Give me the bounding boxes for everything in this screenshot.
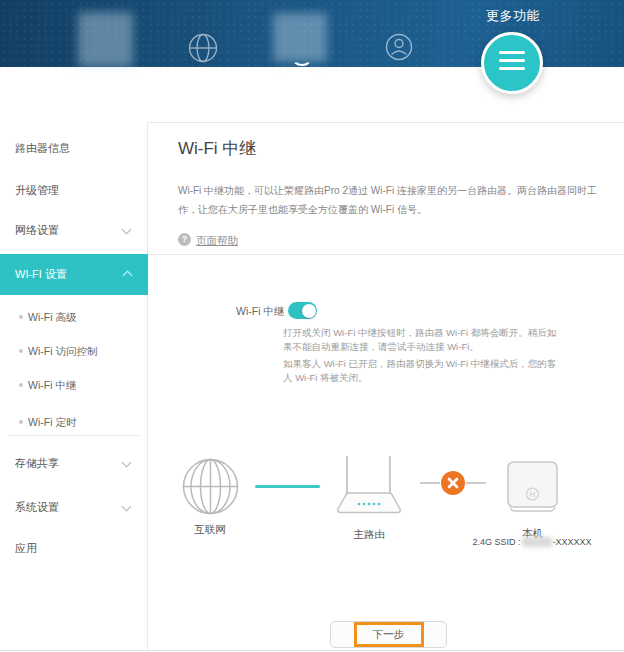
- sidebar-subitem-label: Wi-Fi 高级: [28, 311, 76, 323]
- main-menu-button[interactable]: [481, 32, 543, 94]
- disconnected-x-icon: [441, 471, 465, 495]
- sidebar-subitem-label: Wi-Fi 中继: [28, 379, 76, 391]
- sidebar-item-network[interactable]: 网络设置: [0, 215, 147, 245]
- router-admin-page: 更多功能 路由器信息 升级管理 网络设置 WI-FI 设置 Wi-Fi 高级 W…: [0, 0, 624, 652]
- toggle-knob: [302, 304, 316, 318]
- sidebar-item-wifi-advanced[interactable]: Wi-Fi 高级: [0, 302, 147, 332]
- sidebar-item-label: 存储共享: [15, 457, 59, 469]
- ssid-prefix: 2.4G SSID :: [472, 537, 520, 547]
- page-help-link[interactable]: 页面帮助: [196, 234, 238, 248]
- repeater-notes: 打开或关闭 Wi-Fi 中继按钮时，路由器 Wi-Fi 都将会断开。稍后如果不能…: [283, 326, 561, 388]
- device-logo-letter: H: [530, 490, 535, 499]
- help-icon: ?: [178, 233, 191, 246]
- sidebar-item-wifi-repeater[interactable]: Wi-Fi 中继: [0, 370, 147, 400]
- note-text: 如果客人 Wi-Fi 已开启，路由器切换为 Wi-Fi 中继模式后，您的客人 W…: [283, 357, 561, 385]
- sidebar-subitem-label: Wi-Fi 访问控制: [28, 345, 97, 357]
- repeater-toggle-label: Wi-Fi 中继: [236, 305, 284, 319]
- sidebar-item-system[interactable]: 系统设置: [0, 492, 147, 522]
- sidebar-item-label: 系统设置: [15, 501, 59, 513]
- bullet-icon: [19, 349, 23, 353]
- repeater-toggle[interactable]: [288, 302, 317, 319]
- connected-link-line: [255, 485, 320, 488]
- sidebar-item-wifi-schedule[interactable]: Wi-Fi 定时: [0, 407, 147, 437]
- more-features-label[interactable]: 更多功能: [486, 7, 540, 25]
- sidebar-item-wifi-access-control[interactable]: Wi-Fi 访问控制: [0, 336, 147, 366]
- bottom-divider: [0, 650, 624, 651]
- content-top-divider: [148, 122, 624, 123]
- logo-arc-decoration: [292, 50, 312, 66]
- ssid-suffix: -XXXXXX: [553, 537, 592, 547]
- internet-label: 互联网: [172, 523, 248, 537]
- chevron-up-icon: [123, 271, 133, 281]
- chevron-down-icon: [122, 458, 132, 468]
- chevron-down-icon: [122, 502, 132, 512]
- bullet-icon: [19, 420, 23, 424]
- bullet-icon: [19, 383, 23, 387]
- main-router-icon: [331, 454, 407, 519]
- ssid-row: 2.4G SSID : -XXXXXX: [462, 537, 602, 547]
- redacted-ssid: [522, 537, 552, 547]
- disconnected-link-line: [466, 482, 486, 484]
- sidebar: 路由器信息 升级管理 网络设置 WI-FI 设置 Wi-Fi 高级 Wi-Fi …: [0, 122, 148, 652]
- sidebar-divider: [8, 435, 140, 436]
- sidebar-item-upgrade[interactable]: 升级管理: [0, 175, 147, 205]
- sidebar-item-label: 网络设置: [15, 224, 59, 236]
- page-description: Wi-Fi 中继功能，可以让荣耀路由Pro 2通过 Wi-Fi 连接家里的另一台…: [178, 181, 608, 219]
- internet-globe-icon: [182, 458, 239, 519]
- user-icon[interactable]: [385, 33, 413, 65]
- sidebar-item-storage[interactable]: 存储共享: [0, 448, 147, 478]
- disconnected-link-line: [420, 482, 440, 484]
- bullet-icon: [19, 315, 23, 319]
- note-text: 打开或关闭 Wi-Fi 中继按钮时，路由器 Wi-Fi 都将会断开。稍后如果不能…: [283, 326, 561, 354]
- chevron-down-icon: [122, 225, 132, 235]
- this-device-icon: H: [507, 461, 558, 517]
- hamburger-icon: [499, 51, 525, 54]
- redacted-logo: [78, 12, 133, 67]
- section-divider: [149, 254, 624, 255]
- next-step-button[interactable]: 下一步: [330, 621, 447, 648]
- sidebar-item-wifi-settings[interactable]: WI-FI 设置: [0, 254, 148, 295]
- sidebar-item-router-info[interactable]: 路由器信息: [0, 133, 147, 163]
- sidebar-item-label: WI-FI 设置: [15, 268, 67, 280]
- sidebar-subitem-label: Wi-Fi 定时: [28, 416, 76, 428]
- globe-icon[interactable]: [188, 33, 218, 67]
- sidebar-item-apps[interactable]: 应用: [0, 533, 147, 563]
- page-title: Wi-Fi 中继: [178, 137, 256, 160]
- main-router-label: 主路由: [331, 528, 407, 542]
